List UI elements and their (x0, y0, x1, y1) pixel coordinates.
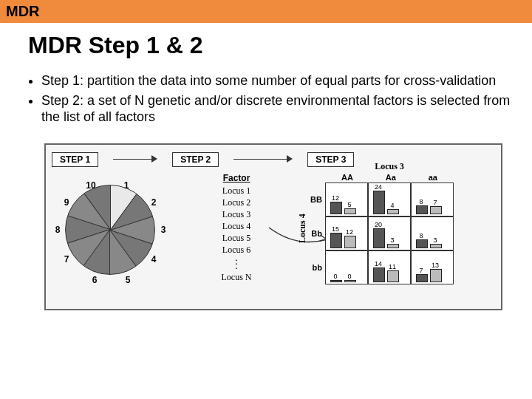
page-title: MDR Step 1 & 2 (28, 32, 532, 59)
grid-cell: 125 (325, 183, 368, 216)
bar-icon (416, 205, 428, 214)
bar-value: 0 (344, 273, 355, 280)
grid-body: Locus 4 BB12524487Bb151220383bb001411713 (307, 183, 454, 284)
mdr-steps-diagram: STEP 1 STEP 2 STEP 3 (44, 143, 502, 310)
bar-icon (416, 239, 428, 248)
grid-cell: 1411 (368, 250, 411, 284)
bar-value: 24 (372, 183, 384, 191)
step-1-box: STEP 1 (52, 152, 98, 167)
grid-cell: 87 (411, 183, 454, 216)
bar-value: 7 (429, 199, 441, 206)
bar-icon (344, 208, 356, 214)
bullet-list: Step 1: partition the data into some num… (21, 72, 511, 126)
bar-value: 7 (415, 267, 427, 274)
step-2-box: STEP 2 (172, 152, 219, 167)
bar-value: 4 (386, 202, 398, 209)
bar-icon (330, 233, 342, 248)
grid-row-label: BB (307, 183, 325, 216)
diagram-content-row: 1 2 3 4 5 6 7 8 9 10 Factor Locus 1 Locu… (52, 173, 495, 299)
pie-slice-label: 5 (122, 275, 134, 285)
bar-value: 5 (344, 201, 355, 208)
bar-value: 11 (386, 263, 398, 270)
cv-pie-icon (65, 185, 155, 275)
grid-row-label: Bb (307, 216, 325, 250)
bar-value: 8 (415, 232, 427, 239)
bar-icon (416, 274, 428, 282)
bar-pair: 00 (330, 280, 356, 282)
bar-value: 14 (372, 260, 384, 267)
histogram-grid: Locus 3 AA Aa aa Locus 4 BB12524487Bb151… (307, 173, 454, 284)
bar-icon (344, 280, 356, 282)
bar-value: 12 (344, 228, 355, 236)
factor-item: Locus 3 (192, 208, 281, 220)
bar-value: 0 (330, 273, 341, 280)
bar-pair: 83 (416, 239, 442, 248)
grid-cell: 203 (368, 216, 411, 250)
bar-icon (330, 202, 342, 214)
grid-col-label: AA (341, 173, 353, 182)
header-label: MDR (6, 3, 40, 19)
pie-slice-label: 3 (157, 225, 169, 235)
bar-icon (373, 228, 385, 248)
arrow-icon (233, 156, 293, 163)
bar-icon (387, 209, 399, 214)
pie-slice-label: 7 (61, 254, 72, 265)
bar-icon (430, 269, 442, 282)
bar-icon (344, 236, 356, 248)
vdots-icon: ··· (192, 258, 281, 270)
pie-slice-label: 4 (148, 254, 160, 265)
pie-slice-label: 9 (61, 197, 72, 208)
grid-col-headers: Locus 3 AA Aa aa (325, 173, 454, 182)
bar-icon (373, 267, 385, 282)
pie-slice-label: 2 (148, 197, 160, 208)
grid-x-axis-label: Locus 3 (325, 161, 454, 172)
bar-icon (330, 280, 342, 282)
bar-icon (387, 244, 399, 248)
grid-y-axis-label: Locus 4 (297, 173, 308, 284)
bar-value: 12 (330, 194, 341, 202)
pie-slice-label: 8 (52, 225, 64, 235)
factor-item: Locus N (192, 271, 281, 283)
pie-slice-label: 6 (89, 275, 100, 285)
bar-icon (373, 191, 385, 214)
grid-cell: 83 (411, 216, 454, 250)
grid-col-label: aa (429, 173, 437, 182)
grid-cell: 00 (325, 250, 368, 284)
bar-value: 15 (330, 225, 341, 233)
grid-cell: 713 (411, 250, 454, 284)
bar-pair: 203 (373, 228, 399, 248)
bar-icon (430, 244, 442, 248)
bar-pair: 244 (373, 191, 399, 214)
bar-value: 13 (429, 262, 441, 269)
pie-column: 1 2 3 4 5 6 7 8 9 10 (52, 173, 177, 275)
bar-value: 8 (415, 198, 427, 205)
bar-value: 20 (372, 221, 384, 228)
bar-pair: 125 (330, 202, 356, 214)
factor-item: Locus 1 (192, 185, 281, 197)
grid-col-label: Aa (386, 173, 396, 182)
factor-header: Factor (192, 173, 281, 183)
bar-pair: 87 (416, 205, 442, 214)
grid-row-label: bb (307, 250, 325, 284)
bar-value: 3 (429, 236, 441, 244)
bar-icon (430, 206, 442, 214)
bullet-item: Step 2: a set of N genetic and/or discre… (41, 92, 511, 126)
factor-item: Locus 2 (192, 197, 281, 208)
bar-pair: 713 (416, 269, 442, 282)
grid-cell: 1512 (325, 216, 368, 250)
bar-value: 3 (386, 236, 398, 244)
grid-cell: 244 (368, 183, 411, 216)
bullet-item: Step 1: partition the data into some num… (41, 72, 511, 89)
bar-icon (387, 270, 399, 282)
header-bar: MDR (0, 0, 532, 23)
bar-pair: 1512 (330, 233, 356, 248)
bar-pair: 1411 (373, 267, 399, 282)
pie-slice-label: 10 (85, 180, 97, 191)
diagram-container: STEP 1 STEP 2 STEP 3 (44, 143, 502, 310)
arrow-icon (113, 156, 157, 163)
pie-slice-label: 1 (120, 180, 132, 191)
